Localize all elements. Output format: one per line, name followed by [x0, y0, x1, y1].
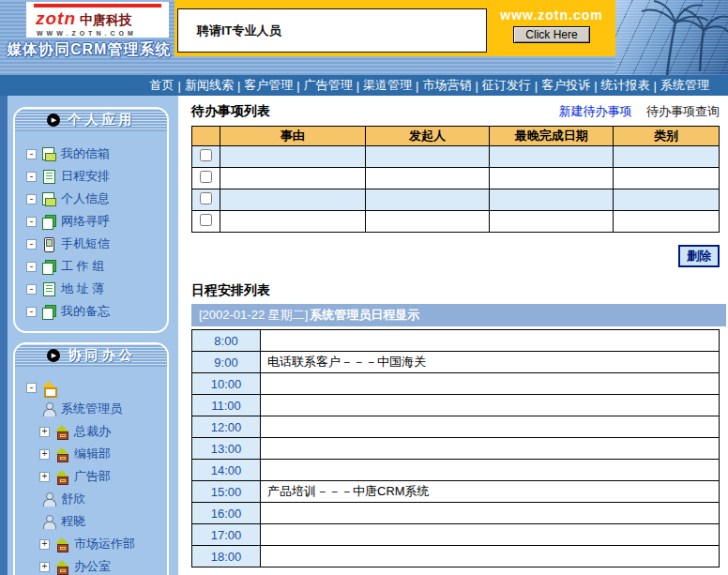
tree-node-总裁办[interactable]: +总裁办 — [39, 423, 163, 440]
sidebar: ▶ 个人应用 -我的信箱-日程安排-个人信息-网络寻呼-手机短信-工 作 组-地… — [0, 96, 178, 575]
tree-node-程晓[interactable]: 程晓 — [41, 513, 163, 530]
tree-node-市场运作部[interactable]: +市场运作部 — [39, 536, 163, 552]
sidebar-item[interactable]: -手机短信 — [26, 235, 163, 252]
sidebar-item[interactable]: -网络寻呼 — [26, 213, 163, 230]
sidebar-item[interactable]: -我的备忘 — [26, 303, 163, 320]
todo-row-checkbox-cell — [192, 211, 220, 233]
tree-node-系统管理员[interactable]: 系统管理员 — [41, 401, 163, 417]
schedule-entry-cell[interactable]: 电话联系客户－－－中国海关 — [261, 352, 720, 373]
schedule-entry-cell[interactable] — [261, 438, 720, 460]
collapse-box-icon[interactable]: - — [26, 284, 37, 295]
ad-banner[interactable]: 聘请IT专业人员 www.zotn.com Click Here — [174, 0, 615, 56]
schedule-entry-cell[interactable] — [261, 524, 720, 546]
home-icon — [41, 381, 56, 395]
schedule-row: 11:00 — [192, 395, 720, 416]
expand-box-icon[interactable]: + — [39, 539, 50, 550]
tree-node-label: 系统管理员 — [61, 401, 122, 417]
nav-item-5[interactable]: 渠道管理 — [363, 77, 412, 94]
panel-personal-header: ▶ 个人应用 — [15, 109, 167, 131]
logo-company-name: 中唐科技 — [80, 12, 132, 29]
notebook-icon — [41, 282, 56, 296]
sidebar-item[interactable]: -个人信息 — [26, 190, 163, 207]
sidebar-item[interactable]: -地 址 薄 — [26, 280, 163, 297]
nav-item-6[interactable]: 市场营销 — [422, 77, 471, 94]
sidebar-item-label: 手机短信 — [61, 235, 110, 252]
tree-node-广告部[interactable]: +广告部 — [39, 468, 163, 485]
logo-text: zotn — [36, 8, 76, 29]
nav-item-7[interactable]: 征订发行 — [482, 77, 531, 94]
todo-row-checkbox[interactable] — [200, 192, 212, 204]
schedule-entry-cell[interactable] — [261, 416, 720, 438]
pages-icon — [41, 260, 56, 274]
collapse-box-icon[interactable]: - — [26, 149, 37, 159]
tree-node-编辑部[interactable]: +编辑部 — [39, 446, 163, 462]
todo-cell — [220, 211, 365, 233]
click-here-button[interactable]: Click Here — [513, 26, 589, 43]
todo-cell — [614, 189, 720, 211]
nav-item-4[interactable]: 广告管理 — [304, 77, 353, 94]
todo-cell — [365, 168, 490, 189]
tree-node-舒欣[interactable]: 舒欣 — [41, 491, 163, 507]
company-logo[interactable]: zotn 中唐科技 WWW.ZOTN.COM — [26, 2, 169, 38]
nav-item-3[interactable]: 客户管理 — [244, 77, 293, 94]
schedule-time-cell: 10:00 — [192, 373, 261, 395]
schedule-row: 9:00电话联系客户－－－中国海关 — [192, 352, 720, 373]
delete-button[interactable]: 删除 — [678, 245, 720, 267]
tree-node-root[interactable]: - — [26, 381, 163, 395]
schedule-header-bar: [2002-01-22 星期二] 系统管理员日程显示 — [191, 304, 726, 326]
schedule-entry-cell[interactable] — [261, 395, 720, 416]
todo-row-checkbox[interactable] — [200, 149, 212, 161]
logo-red-bar — [34, 4, 161, 8]
main-nav: 首页|新闻线索|客户管理|广告管理|渠道管理|市场营销|征订发行|客户投诉|统计… — [0, 75, 728, 96]
todo-row-checkbox[interactable] — [200, 214, 212, 226]
tree-node-label: 总裁办 — [74, 423, 111, 440]
collapse-box-icon[interactable]: - — [26, 262, 37, 272]
crm-page: zotn 中唐科技 WWW.ZOTN.COM 媒体协同CRM管理系统 聘请IT专… — [0, 0, 728, 575]
sidebar-item[interactable]: -日程安排 — [26, 168, 163, 185]
todo-row — [192, 189, 720, 211]
nav-item-9[interactable]: 统计报表 — [601, 77, 650, 94]
sidebar-item[interactable]: -工 作 组 — [26, 258, 163, 275]
tree-node-label: 舒欣 — [61, 491, 85, 507]
tree-node-label: 办公室 — [74, 558, 111, 575]
schedule-entry-cell[interactable] — [261, 330, 720, 352]
schedule-entry-cell[interactable] — [261, 460, 720, 481]
todo-cell — [614, 168, 720, 189]
expand-box-icon[interactable]: + — [39, 449, 50, 460]
nav-item-1[interactable]: 首页 — [149, 77, 174, 94]
schedule-list-title: 日程安排列表 — [191, 282, 720, 299]
query-todo-link[interactable]: 待办事项查询 — [646, 104, 720, 118]
schedule-entry-cell[interactable] — [261, 373, 720, 395]
collapse-box-icon[interactable]: - — [26, 383, 37, 393]
todo-table: 事由发起人最晚完成日期类别 — [191, 126, 720, 233]
nav-separator: | — [356, 79, 359, 93]
expand-box-icon[interactable]: + — [39, 472, 50, 482]
collapse-box-icon[interactable]: - — [26, 172, 37, 182]
sidebar-item[interactable]: -我的信箱 — [26, 145, 163, 162]
expand-box-icon[interactable]: + — [39, 562, 50, 572]
pages-icon — [41, 305, 56, 319]
collapse-box-icon[interactable]: - — [26, 194, 37, 204]
expand-box-icon[interactable]: + — [39, 427, 50, 437]
schedule-entry-cell[interactable]: 产品培训－－－中唐CRM系统 — [261, 481, 720, 503]
collapse-box-icon[interactable]: - — [26, 307, 37, 317]
nav-item-8[interactable]: 客户投诉 — [541, 77, 590, 94]
nav-separator: | — [237, 79, 240, 93]
todo-row-checkbox[interactable] — [200, 171, 212, 183]
tree-node-办公室[interactable]: +办公室 — [39, 558, 163, 575]
todo-column-header: 最晚完成日期 — [490, 127, 614, 146]
person-icon — [41, 402, 56, 416]
new-todo-link[interactable]: 新建待办事项 — [558, 104, 631, 118]
nav-item-10[interactable]: 系统管理 — [660, 77, 709, 94]
schedule-entry-cell[interactable] — [261, 546, 720, 567]
notebook-icon — [41, 170, 56, 184]
todo-header-row: 待办事项列表 新建待办事项 待办事项查询 — [191, 103, 720, 120]
todo-cell — [220, 189, 365, 211]
schedule-entry-cell[interactable] — [261, 503, 720, 524]
schedule-row: 17:00 — [192, 524, 720, 546]
collapse-box-icon[interactable]: - — [26, 239, 37, 250]
todo-links: 新建待办事项 待办事项查询 — [558, 103, 720, 120]
collapse-box-icon[interactable]: - — [26, 217, 37, 227]
sidebar-item-label: 我的备忘 — [61, 303, 110, 320]
nav-item-2[interactable]: 新闻线索 — [185, 77, 234, 94]
